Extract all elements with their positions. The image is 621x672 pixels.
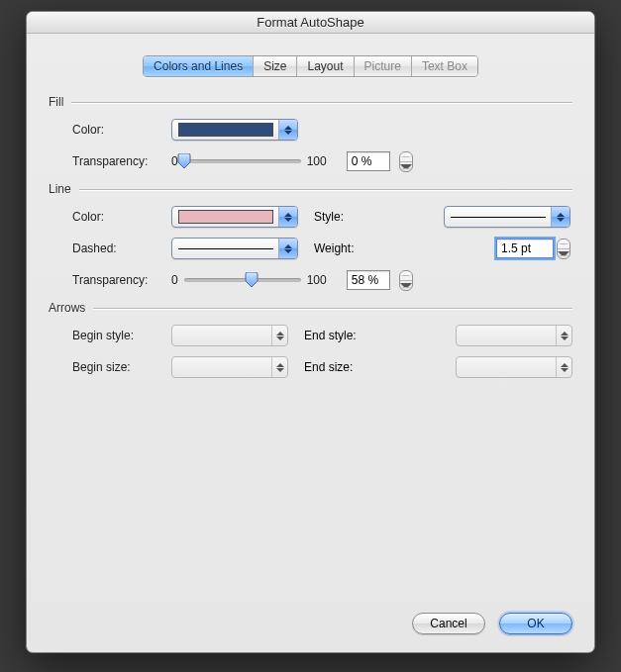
label-line-transparency: Transparency: (72, 273, 165, 287)
label-begin-size: Begin size: (72, 360, 165, 374)
tab-colors-and-lines[interactable]: Colors and Lines (144, 56, 254, 76)
begin-style-combo (171, 325, 288, 346)
cancel-button[interactable]: Cancel (412, 613, 485, 634)
tab-group: Colors and Lines Size Layout Picture Tex… (143, 55, 478, 77)
label-line-dashed: Dashed: (72, 241, 165, 255)
stepper-up-icon (558, 240, 569, 249)
chevron-updown-icon (271, 357, 287, 377)
line-weight-stepper[interactable] (557, 239, 570, 259)
fill-transparency-stepper[interactable] (399, 151, 413, 172)
content-area: Colors and Lines Size Layout Picture Tex… (27, 34, 594, 378)
chevron-updown-icon (552, 207, 569, 227)
row-arrows-size: Begin size: End size: (72, 356, 572, 378)
fill-color-swatch (178, 123, 273, 137)
group-header-fill: Fill (49, 95, 572, 109)
line-dashed-preview (178, 248, 273, 249)
chevron-updown-icon (279, 239, 297, 258)
title-bar: Format AutoShape (27, 12, 594, 34)
line-dashed-combo[interactable] (171, 238, 298, 259)
tab-bar: Colors and Lines Size Layout Picture Tex… (49, 55, 572, 77)
line-style-combo[interactable] (444, 206, 570, 228)
stepper-down-icon (400, 281, 412, 290)
divider (79, 189, 572, 190)
row-line-color-style: Color: Style: (72, 206, 572, 228)
line-style-preview (451, 217, 546, 218)
chevron-updown-icon (556, 357, 571, 377)
divider (93, 308, 572, 309)
label-line-style: Style: (314, 210, 373, 224)
slider-max: 100 (307, 273, 327, 287)
line-color-swatch (178, 210, 273, 224)
chevron-updown-icon (271, 326, 287, 345)
label-begin-style: Begin style: (72, 329, 165, 342)
dialog-window: Format AutoShape Colors and Lines Size L… (26, 11, 595, 653)
label-line-weight: Weight: (314, 241, 373, 255)
slider-thumb[interactable] (245, 272, 259, 288)
tab-layout[interactable]: Layout (297, 56, 354, 76)
end-style-combo (456, 325, 572, 346)
tab-picture: Picture (355, 56, 412, 76)
group-header-arrows: Arrows (49, 301, 572, 315)
group-title: Fill (49, 95, 63, 109)
label-fill-transparency: Transparency: (72, 154, 165, 168)
label-fill-color: Color: (72, 123, 165, 137)
fill-transparency-input[interactable] (347, 151, 390, 171)
line-color-combo[interactable] (171, 206, 298, 228)
stepper-up-icon (400, 271, 412, 281)
ok-button[interactable]: OK (499, 613, 572, 634)
group-header-line: Line (49, 182, 572, 196)
chevron-updown-icon (279, 120, 297, 140)
tab-text-box: Text Box (412, 56, 477, 76)
window-title: Format AutoShape (257, 15, 363, 30)
end-size-combo (456, 356, 572, 378)
dialog-footer: Cancel OK (412, 613, 572, 634)
group-title: Arrows (49, 301, 85, 315)
slider-thumb[interactable] (177, 153, 191, 169)
row-line-dashed-weight: Dashed: Weight: (72, 238, 572, 259)
slider-max: 100 (307, 154, 327, 168)
stepper-down-icon (400, 162, 412, 171)
fill-color-combo[interactable] (171, 119, 298, 141)
chevron-updown-icon (279, 207, 297, 227)
label-end-size: End size: (304, 360, 369, 374)
begin-size-combo (171, 356, 288, 378)
row-fill-transparency: Transparency: 0 100 (72, 150, 572, 172)
row-arrows-style: Begin style: End style: (72, 325, 572, 346)
line-transparency-stepper[interactable] (399, 270, 413, 291)
line-weight-input[interactable] (496, 239, 554, 258)
label-end-style: End style: (304, 329, 369, 342)
line-transparency-input[interactable] (347, 270, 390, 290)
divider (71, 102, 572, 103)
stepper-up-icon (400, 152, 412, 162)
tab-size[interactable]: Size (254, 56, 297, 76)
row-line-transparency: Transparency: 0 100 (72, 269, 572, 291)
row-fill-color: Color: (72, 119, 572, 141)
fill-transparency-slider[interactable] (184, 152, 301, 170)
line-transparency-slider[interactable] (184, 271, 301, 289)
label-line-color: Color: (72, 210, 165, 224)
group-title: Line (49, 182, 71, 196)
slider-min: 0 (171, 273, 178, 287)
stepper-down-icon (558, 249, 569, 258)
chevron-updown-icon (556, 326, 571, 345)
